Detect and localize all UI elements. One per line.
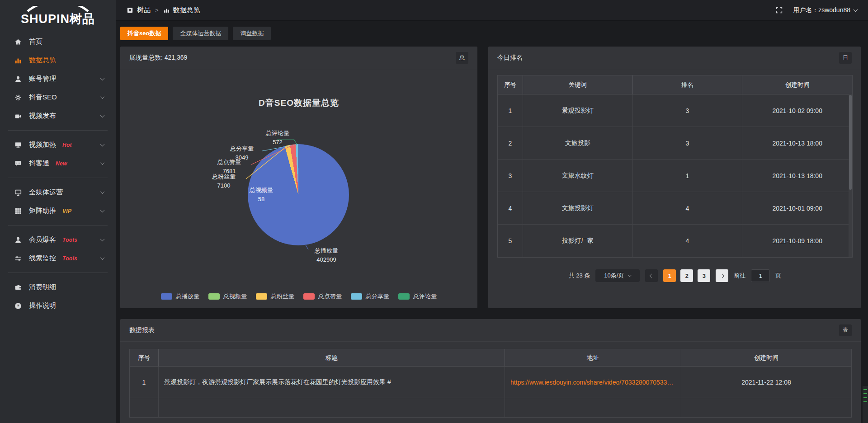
chevron-down-icon <box>100 208 105 212</box>
user-menu[interactable]: 用户名：zswodun88 <box>793 6 857 14</box>
cell-rank: 3 <box>633 127 743 160</box>
cell-rank: 3 <box>633 94 743 127</box>
report-table-header: 序号 标题 地址 创建时间 <box>130 349 851 367</box>
cell-no: 2 <box>498 127 523 160</box>
cell-time: 2021-11-22 12:08 <box>681 367 851 398</box>
fullscreen-icon[interactable] <box>775 6 783 14</box>
page-size-select[interactable]: 10条/页 <box>595 269 640 282</box>
sidebar-item-label: 首页 <box>29 38 42 46</box>
legend-item[interactable]: 总视频量 <box>208 292 247 301</box>
bar-chart-icon <box>14 56 23 65</box>
cell-no: 5 <box>498 225 523 257</box>
page-button-1[interactable]: 1 <box>663 269 676 282</box>
pie-label-plays: 总播放量402909 <box>305 246 348 264</box>
legend-item[interactable]: 总播放量 <box>161 292 199 301</box>
chart-title: D音SEO数据量总览 <box>120 97 477 109</box>
table-row[interactable]: 2 文旅投影 3 2021-10-13 18:00 <box>498 127 852 160</box>
table-scrollbar[interactable] <box>849 95 852 257</box>
table-row[interactable]: 3 文旅水纹灯 1 2021-10-13 18:00 <box>498 160 852 192</box>
legend-item[interactable]: 总点赞量 <box>303 292 342 301</box>
column-header-title: 标题 <box>159 349 505 367</box>
chevron-left-icon <box>649 273 654 278</box>
sidebar-item-account-management[interactable]: 账号管理 <box>0 70 116 88</box>
prev-page-button[interactable] <box>645 269 658 282</box>
tab-media-operation-data[interactable]: 全媒体运营数据 <box>173 27 228 40</box>
sidebar-item-data-overview[interactable]: 数据总览 <box>0 51 116 70</box>
sidebar-menu: 首页 数据总览 账号管理 抖音SEO 视频发布 视频加热 Hot <box>0 30 116 315</box>
tab-inquiry-data[interactable]: 询盘数据 <box>233 27 271 40</box>
tab-douyin-seo-data[interactable]: 抖音seo数据 <box>120 27 168 40</box>
sidebar-item-consume-detail[interactable]: 消费明细 <box>0 278 116 296</box>
cell-keyword: 文旅投影灯 <box>523 192 633 225</box>
report-table-body: 1 景观投影灯，夜游景观投影灯厂家展示展示落花灯在花园里的灯光投影应用效果 # … <box>130 367 851 398</box>
chevron-down-icon <box>628 273 632 277</box>
table-row[interactable]: 5 投影灯厂家 4 2021-10-09 18:00 <box>498 225 852 257</box>
chevron-down-icon <box>100 189 105 194</box>
table-row-partial <box>130 398 851 417</box>
page-button-3[interactable]: 3 <box>698 269 710 282</box>
sidebar-item-douketong[interactable]: 抖客通 New <box>0 154 116 173</box>
legend-item[interactable]: 总分享量 <box>351 292 389 301</box>
cell-no: 4 <box>498 192 523 225</box>
sidebar-item-video-publish[interactable]: 视频发布 <box>0 107 116 125</box>
sidebar-item-home[interactable]: 首页 <box>0 33 116 51</box>
page-button-2[interactable]: 2 <box>680 269 693 282</box>
breadcrumb[interactable]: 树品 > 数据总览 <box>127 6 200 14</box>
cell-keyword: 投影灯厂家 <box>523 225 633 257</box>
help-icon: ? <box>14 301 23 310</box>
page-size-value: 10条/页 <box>604 272 624 280</box>
day-toggle-button[interactable]: 日 <box>839 52 852 64</box>
sidebar-item-label: 线索监控 <box>29 254 56 263</box>
legend-item[interactable]: 总评论量 <box>398 292 437 301</box>
breadcrumb-root[interactable]: 树品 <box>137 6 151 14</box>
legend-item[interactable]: 总粉丝量 <box>256 292 294 301</box>
chevron-down-icon <box>100 113 105 118</box>
sliders-icon <box>14 254 23 263</box>
cell-rank: 4 <box>633 192 743 225</box>
sidebar-item-label: 抖音SEO <box>29 93 57 102</box>
table-row[interactable]: 1 景观投影灯 3 2021-10-02 09:00 <box>498 94 852 127</box>
data-report-panel: 数据报表 表 序号 标题 地址 创建时间 1 景观投影灯，夜游景观投影灯厂家展示… <box>120 319 861 423</box>
table-row[interactable]: 1 景观投影灯，夜游景观投影灯厂家展示展示落花灯在花园里的灯光投影应用效果 # … <box>130 367 851 398</box>
chevron-down-icon <box>854 7 858 12</box>
legend-swatch <box>256 293 267 300</box>
vip-badge: VIP <box>62 208 71 214</box>
cell-time: 2021-10-01 09:00 <box>742 192 852 225</box>
cell-keyword: 景观投影灯 <box>523 94 633 127</box>
cell-time: 2021-10-02 09:00 <box>742 94 852 127</box>
content: 抖音seo数据 全媒体运营数据 询盘数据 展现量总数: 421,369 总 D音… <box>116 21 868 423</box>
menu-divider <box>8 178 108 178</box>
sidebar-item-clue-monitor[interactable]: 线索监控 Tools <box>0 249 116 268</box>
sidebar-item-matrix-boost[interactable]: 矩阵助推 VIP <box>0 202 116 220</box>
sidebar-item-label: 数据总览 <box>29 56 56 65</box>
scrollbar-thumb[interactable] <box>849 95 852 190</box>
sidebar-item-video-heat[interactable]: 视频加热 Hot <box>0 136 116 154</box>
sidebar-item-label: 账号管理 <box>29 75 56 83</box>
chart-legend: 总播放量 总视频量 总粉丝量 总点赞量 总分享量 总评论量 <box>120 292 477 301</box>
rank-table-header: 序号 关键词 排名 创建时间 <box>498 75 852 94</box>
page-scrollbar[interactable] <box>863 386 868 423</box>
video-link[interactable]: https://www.iesdouyin.com/share/video/70… <box>510 379 675 386</box>
tools-badge: Tools <box>62 255 77 262</box>
sidebar-item-label: 视频加热 <box>29 141 56 149</box>
data-tabs: 抖音seo数据 全媒体运营数据 询盘数据 <box>120 27 861 40</box>
sidebar-item-operation-guide[interactable]: ? 操作说明 <box>0 296 116 315</box>
sidebar-item-douyin-seo[interactable]: 抖音SEO <box>0 88 116 107</box>
breadcrumb-current[interactable]: 数据总览 <box>173 6 200 14</box>
goto-page-input[interactable] <box>751 269 770 282</box>
seo-chart-panel: 展现量总数: 421,369 总 D音SEO数据量总览 总评论量572 <box>120 47 477 308</box>
rank-panel-title: 今日排名 <box>497 54 523 62</box>
table-toggle-button[interactable]: 表 <box>839 324 852 336</box>
rank-table-body: 1 景观投影灯 3 2021-10-02 09:00 2 文旅投影 3 2021… <box>498 94 852 257</box>
total-toggle-button[interactable]: 总 <box>456 52 468 64</box>
next-page-button[interactable] <box>716 269 728 282</box>
menu-divider <box>8 130 108 131</box>
sidebar-item-media-operation[interactable]: 全媒体运营 <box>0 183 116 202</box>
pie-chart: D音SEO数据量总览 总评论量572 总分享量3049 <box>120 69 477 308</box>
sidebar-item-member-baoke[interactable]: 会员爆客 Tools <box>0 230 116 249</box>
legend-label: 总视频量 <box>223 292 247 301</box>
report-table: 序号 标题 地址 创建时间 1 景观投影灯，夜游景观投影灯厂家展示展示落花灯在花… <box>129 349 852 418</box>
table-row[interactable]: 4 文旅投影灯 4 2021-10-01 09:00 <box>498 192 852 225</box>
chevron-down-icon <box>100 142 105 146</box>
legend-label: 总评论量 <box>413 292 437 301</box>
